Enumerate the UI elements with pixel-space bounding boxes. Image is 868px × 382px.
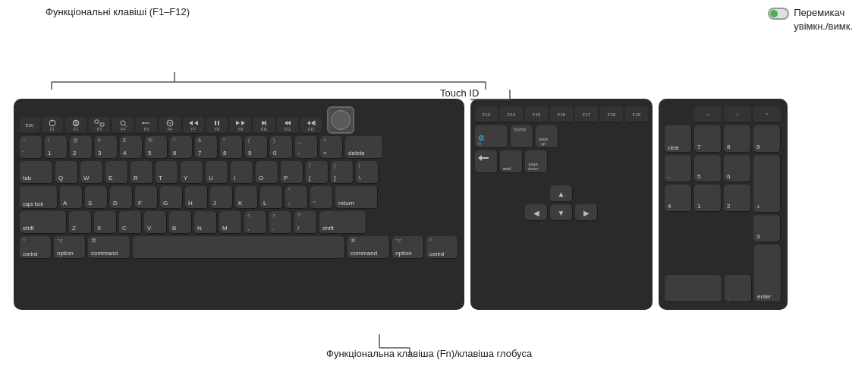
key-num-clear[interactable]: clear [665,125,692,153]
key-num-1[interactable]: 1 [694,185,722,212]
key-n[interactable]: N [194,211,217,234]
key-f4[interactable]: F4 [112,117,134,134]
key-f2[interactable]: F2 [65,117,86,134]
key-f11[interactable]: F11 [277,117,298,134]
key-2[interactable]: @ 2 [70,136,93,159]
key-f19[interactable]: F19 [625,106,648,123]
key-delete[interactable]: delete [345,136,383,159]
key-option-right[interactable]: ⌥ option [392,236,424,259]
key-arrow-right[interactable]: ▶ [575,204,598,221]
key-z[interactable]: Z [69,211,92,234]
key-num-enter[interactable]: enter [754,245,782,302]
key-num-9[interactable]: 9 [753,125,781,153]
key-num-minus[interactable]: - [665,155,692,182]
key-command-left[interactable]: ⌘ command [88,236,131,259]
key-num-asterisk[interactable]: * [753,106,781,123]
key-shift-left[interactable]: shift [20,211,67,234]
key-home[interactable]: home [511,125,533,148]
key-f12[interactable]: F12 [300,117,322,134]
key-q[interactable]: Q [55,161,78,184]
key-i[interactable]: I [231,161,253,184]
key-num-plus[interactable]: + [753,155,781,213]
key-num-slash[interactable]: / [724,106,751,123]
key-f18[interactable]: F18 [600,106,623,123]
key-c[interactable]: C [119,211,142,234]
key-num-0-left[interactable] [665,275,722,302]
key-a[interactable]: A [60,186,83,209]
key-3[interactable]: # 3 [95,136,118,159]
key-touchid[interactable] [327,106,354,134]
key-return[interactable]: return [335,186,378,209]
key-d[interactable]: D [110,186,133,209]
key-m[interactable]: M [219,211,242,234]
key-f5[interactable]: F5 [136,117,157,134]
key-num-equals[interactable]: = [694,106,722,123]
key-comma[interactable]: < , [244,211,267,234]
key-equals[interactable]: + = [320,136,343,159]
key-backtick[interactable]: ~ ` [20,136,42,159]
key-f13[interactable]: F13 [475,106,498,123]
key-option-left[interactable]: ⌥ option [54,236,86,259]
key-arrow-down[interactable]: ▼ [550,204,573,221]
key-4[interactable]: $ 4 [120,136,143,159]
key-f6[interactable]: F6 [159,117,181,134]
key-k[interactable]: K [235,186,258,209]
key-control-left[interactable]: ^ control [20,236,52,259]
key-f16[interactable]: F16 [550,106,573,123]
key-num-3[interactable]: 3 [753,215,781,242]
key-1[interactable]: ! 1 [45,136,68,159]
key-x[interactable]: X [94,211,117,234]
key-num-6[interactable]: 6 [724,155,751,182]
key-period[interactable]: > . [269,211,292,234]
key-fn-globe[interactable]: 🌐 fn [475,125,508,148]
key-page-down[interactable]: pagedown [525,150,548,173]
key-f[interactable]: F [135,186,158,209]
key-esc[interactable]: esc [20,117,39,134]
key-bracket-open[interactable]: { [ [306,161,329,184]
key-r[interactable]: R [131,161,153,184]
key-s[interactable]: S [85,186,108,209]
key-num-4[interactable]: 4 [665,185,692,212]
key-num-2[interactable]: 2 [724,185,751,212]
key-arrow-left[interactable]: ◀ [525,204,548,221]
key-f14[interactable]: F14 [500,106,523,123]
key-w[interactable]: W [80,161,103,184]
key-bracket-close[interactable]: } ] [331,161,354,184]
key-num-5[interactable]: 5 [694,155,722,182]
key-semicolon[interactable]: " ; [285,186,308,209]
key-caps-lock[interactable]: caps lock [20,186,58,209]
key-y[interactable]: Y [181,161,203,184]
key-v[interactable]: V [144,211,167,234]
key-f17[interactable]: F17 [575,106,598,123]
key-num-decimal[interactable]: . [725,275,752,302]
key-space[interactable] [133,236,345,259]
key-backslash[interactable]: | \ [356,161,379,184]
key-9[interactable]: ( 9 [245,136,268,159]
key-p[interactable]: P [281,161,303,184]
key-control-right[interactable]: ^ control [426,236,458,259]
key-o[interactable]: O [256,161,278,184]
key-t[interactable]: T [156,161,178,184]
key-f9[interactable]: F9 [230,117,251,134]
key-0[interactable]: ) 0 [270,136,293,159]
key-b[interactable]: B [169,211,192,234]
key-j[interactable]: J [210,186,233,209]
key-f1[interactable]: F1 [42,117,63,134]
key-u[interactable]: U [206,161,228,184]
key-h[interactable]: H [185,186,208,209]
key-page-up[interactable]: pageup [536,125,558,148]
key-5[interactable]: % 5 [145,136,168,159]
key-f15[interactable]: F15 [525,106,548,123]
key-shift-right[interactable]: shift [319,211,366,234]
key-arrow-up[interactable]: ▲ [550,185,573,202]
key-quote[interactable]: ' " [310,186,333,209]
key-num-7[interactable]: 7 [694,125,722,153]
key-f8[interactable]: F8 [206,117,228,134]
key-delete-fwd[interactable] [475,150,498,173]
key-num-8[interactable]: 8 [724,125,751,153]
key-minus[interactable]: _ - [295,136,318,159]
key-slash[interactable]: ? / [294,211,317,234]
key-7[interactable]: & 7 [195,136,218,159]
key-f7[interactable]: F7 [183,117,204,134]
key-e[interactable]: E [105,161,128,184]
